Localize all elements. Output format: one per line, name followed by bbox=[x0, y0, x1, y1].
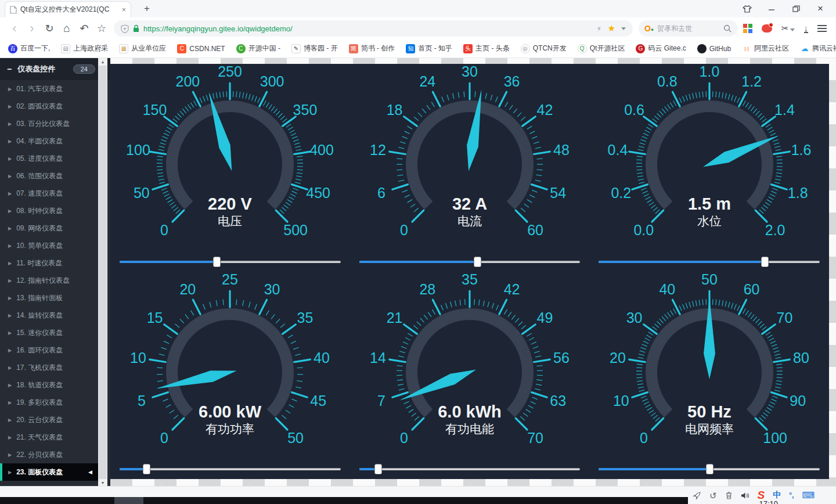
expand-arrow-icon[interactable]: ▶ bbox=[8, 417, 12, 423]
punctuation-icon[interactable]: °, bbox=[789, 491, 794, 499]
bookmark-15[interactable]: ☁腾讯云社区 bbox=[800, 44, 836, 53]
expand-arrow-icon[interactable]: ▶ bbox=[8, 226, 12, 231]
gauge-slider-2[interactable] bbox=[359, 257, 581, 267]
soft-keyboard-icon[interactable]: ⌨ bbox=[802, 490, 815, 501]
expand-arrow-icon[interactable]: ▶ bbox=[8, 121, 12, 127]
sidebar-header[interactable]: − 仪表盘控件 24 bbox=[0, 58, 110, 80]
bookmark-9[interactable]: 头主页 - 头条 bbox=[463, 44, 510, 53]
slider-thumb[interactable] bbox=[706, 464, 714, 474]
gauge-slider-3[interactable] bbox=[599, 257, 820, 267]
bookmark-14[interactable]: [-]阿里云社区 bbox=[742, 44, 789, 53]
sidebar-item-11[interactable]: ▶11. 时速仪表盘 bbox=[0, 254, 98, 272]
scrollbar-thumb[interactable] bbox=[99, 66, 107, 479]
bookmark-12[interactable]: G码云 Gitee.c bbox=[636, 44, 686, 53]
sidebar-item-3[interactable]: ▶03. 百分比仪表盘 bbox=[0, 115, 98, 132]
close-button[interactable]: × bbox=[808, 0, 833, 17]
slider-thumb[interactable] bbox=[143, 464, 150, 474]
expand-arrow-icon[interactable]: ▶ bbox=[8, 156, 12, 161]
slider-thumb[interactable] bbox=[761, 257, 769, 267]
expand-arrow-icon[interactable]: ▶ bbox=[8, 174, 12, 179]
refresh-icon[interactable]: ↻ bbox=[41, 22, 58, 35]
minimize-button[interactable] bbox=[759, 0, 784, 17]
back-icon[interactable]: ‹ bbox=[6, 21, 23, 36]
sidebar-item-1[interactable]: ▶01. 汽车仪表盘 bbox=[0, 80, 98, 98]
sidebar-item-7[interactable]: ▶07. 速度仪表盘 bbox=[0, 185, 98, 202]
slider-track[interactable] bbox=[359, 468, 581, 470]
volume-icon[interactable] bbox=[741, 492, 749, 499]
gauge-slider-6[interactable] bbox=[599, 464, 820, 474]
rocket-icon[interactable] bbox=[693, 491, 701, 500]
new-tab-button[interactable]: + bbox=[139, 1, 154, 16]
sidebar-item-14[interactable]: ▶14. 旋转仪表盘 bbox=[0, 307, 98, 324]
sidebar-item-10[interactable]: ▶10. 简单仪表盘 bbox=[0, 237, 98, 254]
bookmark-3[interactable]: ▦从业单位应 bbox=[119, 44, 166, 53]
bookmark-star-icon[interactable]: ☆ bbox=[93, 22, 110, 35]
sidebar-item-5[interactable]: ▶05. 进度仪表盘 bbox=[0, 150, 98, 167]
home-icon[interactable]: ⌂ bbox=[58, 22, 75, 35]
expand-arrow-icon[interactable]: ▶ bbox=[8, 243, 12, 249]
bookmark-4[interactable]: CCSDN.NET bbox=[177, 44, 225, 53]
expand-arrow-icon[interactable]: ▶ bbox=[8, 330, 12, 336]
expand-arrow-icon[interactable]: ▶ bbox=[8, 313, 12, 318]
url-text[interactable]: https://feiyangqingyun.gitee.io/qwidgetd… bbox=[143, 24, 592, 33]
expand-arrow-icon[interactable]: ▶ bbox=[8, 348, 12, 353]
expand-arrow-icon[interactable]: ▶ bbox=[8, 191, 12, 196]
address-bar[interactable]: https://feiyangqingyun.gitee.io/qwidgetd… bbox=[114, 20, 633, 37]
sidebar-item-12[interactable]: ▶12. 指南针仪表盘 bbox=[0, 272, 98, 289]
gauge-slider-4[interactable] bbox=[120, 464, 341, 474]
sidebar-item-21[interactable]: ▶21. 天气仪表盘 bbox=[0, 429, 98, 446]
scroll-up-icon[interactable]: ▲ bbox=[98, 58, 107, 66]
skin-icon[interactable] bbox=[735, 0, 759, 17]
slider-thumb[interactable] bbox=[474, 257, 481, 267]
sidebar-item-22[interactable]: ▶22. 分贝仪表盘 bbox=[0, 446, 98, 463]
sidebar-item-18[interactable]: ▶18. 轨道仪表盘 bbox=[0, 376, 98, 394]
bookmark-13[interactable]: GitHub bbox=[697, 44, 731, 53]
expand-arrow-icon[interactable]: ▶ bbox=[8, 87, 12, 92]
download-icon[interactable]: ↓ bbox=[804, 24, 809, 33]
bookmark-7[interactable]: 简简书 - 创作 bbox=[349, 44, 395, 53]
shield-plus-icon[interactable] bbox=[121, 24, 129, 33]
bookmark-11[interactable]: QQt开源社区 bbox=[578, 44, 625, 53]
taskbar-active-app[interactable] bbox=[114, 497, 143, 504]
flash-icon[interactable]: ⚡ bbox=[596, 24, 601, 33]
expand-arrow-icon[interactable]: ▶ bbox=[8, 208, 12, 214]
menu-icon[interactable] bbox=[817, 25, 827, 32]
expand-arrow-icon[interactable]: ▶ bbox=[8, 452, 12, 458]
bookmark-5[interactable]: C开源中国 - bbox=[236, 44, 280, 53]
search-input[interactable]: 贺孝和去世 bbox=[657, 24, 720, 34]
slider-thumb[interactable] bbox=[374, 464, 382, 474]
game-center-icon[interactable] bbox=[762, 24, 772, 33]
bookmark-6[interactable]: ✎博客园 - 开 bbox=[291, 44, 338, 53]
gauge-slider-5[interactable] bbox=[359, 464, 581, 474]
bookmark-2[interactable]: ▤上海政府采 bbox=[61, 44, 108, 53]
search-box[interactable]: O● 贺孝和去世 bbox=[639, 20, 737, 37]
sidebar-item-19[interactable]: ▶19. 多彩仪表盘 bbox=[0, 394, 98, 411]
expand-arrow-icon[interactable]: ▶ bbox=[8, 383, 12, 388]
expand-arrow-icon[interactable]: ▶ bbox=[8, 470, 12, 475]
sidebar-item-2[interactable]: ▶02. 圆弧仪表盘 bbox=[0, 98, 98, 115]
forward-icon[interactable]: › bbox=[23, 21, 41, 36]
bookmark-1[interactable]: 百百度一下, bbox=[8, 44, 50, 53]
expand-arrow-icon[interactable]: ▶ bbox=[8, 139, 12, 144]
search-icon[interactable] bbox=[723, 24, 732, 33]
tab-close-button[interactable]: × bbox=[121, 5, 126, 14]
expand-arrow-icon[interactable]: ▶ bbox=[8, 261, 12, 266]
maximize-button[interactable] bbox=[784, 0, 808, 17]
apps-grid-icon[interactable] bbox=[743, 24, 752, 33]
bookmark-8[interactable]: 知首页 - 知乎 bbox=[406, 44, 452, 53]
sidebar-item-9[interactable]: ▶09. 网络仪表盘 bbox=[0, 219, 98, 237]
expand-arrow-icon[interactable]: ▶ bbox=[8, 104, 12, 109]
trash-icon[interactable] bbox=[725, 491, 733, 499]
sidebar-scrollbar[interactable]: ▲ ▼ bbox=[98, 58, 107, 487]
sidebar-item-8[interactable]: ▶08. 时钟仪表盘 bbox=[0, 202, 98, 219]
expand-arrow-icon[interactable]: ▶ bbox=[8, 435, 12, 440]
gauge-slider-1[interactable] bbox=[120, 257, 341, 267]
sidebar-item-15[interactable]: ▶15. 迷你仪表盘 bbox=[0, 324, 98, 341]
sidebar-item-16[interactable]: ▶16. 圆环仪表盘 bbox=[0, 341, 98, 359]
undo-icon[interactable]: ↶ bbox=[75, 22, 93, 35]
favorited-star-icon[interactable]: ★ bbox=[607, 23, 615, 34]
browser-tab[interactable]: Qt自定义控件大全V2021(QC × bbox=[5, 1, 131, 17]
expand-arrow-icon[interactable]: ▶ bbox=[8, 278, 12, 283]
sidebar-item-6[interactable]: ▶06. 范围仪表盘 bbox=[0, 167, 98, 185]
sidebar-item-23[interactable]: ▶23. 面板仪表盘◀ bbox=[0, 463, 98, 481]
